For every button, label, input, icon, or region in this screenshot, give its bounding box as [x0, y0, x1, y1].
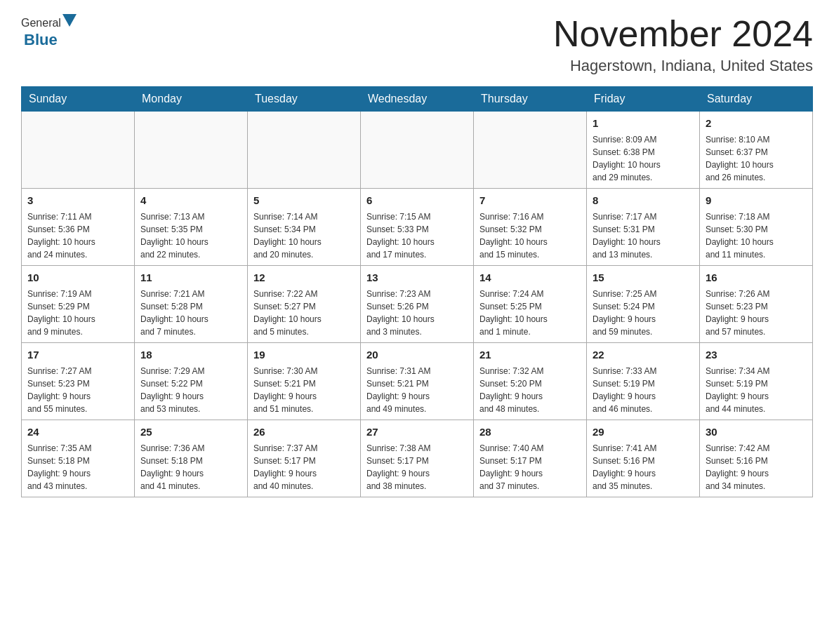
day-number: 1 [593, 116, 694, 131]
day-number: 30 [706, 424, 807, 440]
calendar-cell: 17Sunrise: 7:27 AMSunset: 5:23 PMDayligh… [22, 343, 135, 420]
calendar-cell: 19Sunrise: 7:30 AMSunset: 5:21 PMDayligh… [248, 343, 361, 420]
calendar-cell: 2Sunrise: 8:10 AMSunset: 6:37 PMDaylight… [700, 112, 813, 189]
calendar-cell: 22Sunrise: 7:33 AMSunset: 5:19 PMDayligh… [587, 343, 700, 420]
day-of-week-header: Tuesday [248, 87, 361, 112]
day-number: 17 [27, 347, 128, 363]
page-header: General Blue November 2024 Hagerstown, I… [21, 14, 813, 75]
day-number: 2 [706, 116, 807, 131]
day-number: 26 [253, 424, 355, 440]
calendar-cell: 11Sunrise: 7:21 AMSunset: 5:28 PMDayligh… [135, 266, 248, 343]
calendar-cell: 8Sunrise: 7:17 AMSunset: 5:31 PMDaylight… [587, 189, 700, 266]
calendar-cell: 18Sunrise: 7:29 AMSunset: 5:22 PMDayligh… [135, 343, 248, 420]
title-section: November 2024 Hagerstown, Indiana, Unite… [553, 14, 813, 75]
day-info: Sunrise: 7:14 AMSunset: 5:34 PMDaylight:… [253, 210, 355, 261]
day-info: Sunrise: 7:30 AMSunset: 5:21 PMDaylight:… [253, 365, 355, 415]
day-number: 21 [479, 347, 581, 363]
day-number: 8 [593, 193, 694, 208]
calendar-cell: 25Sunrise: 7:36 AMSunset: 5:18 PMDayligh… [135, 420, 248, 497]
day-number: 7 [479, 193, 581, 208]
calendar-cell: 21Sunrise: 7:32 AMSunset: 5:20 PMDayligh… [474, 343, 587, 420]
day-info: Sunrise: 7:36 AMSunset: 5:18 PMDaylight:… [140, 442, 241, 492]
day-info: Sunrise: 7:18 AMSunset: 5:30 PMDaylight:… [706, 210, 807, 261]
calendar-cell: 29Sunrise: 7:41 AMSunset: 5:16 PMDayligh… [587, 420, 700, 497]
day-number: 10 [27, 270, 128, 286]
day-info: Sunrise: 7:32 AMSunset: 5:20 PMDaylight:… [479, 365, 581, 415]
day-of-week-header: Sunday [22, 87, 135, 112]
calendar-cell: 27Sunrise: 7:38 AMSunset: 5:17 PMDayligh… [361, 420, 474, 497]
calendar-cell: 24Sunrise: 7:35 AMSunset: 5:18 PMDayligh… [22, 420, 135, 497]
day-number: 15 [593, 270, 694, 286]
calendar-cell: 26Sunrise: 7:37 AMSunset: 5:17 PMDayligh… [248, 420, 361, 497]
day-number: 12 [253, 270, 355, 286]
day-info: Sunrise: 7:31 AMSunset: 5:21 PMDaylight:… [366, 365, 468, 415]
location-title: Hagerstown, Indiana, United States [553, 57, 813, 75]
day-info: Sunrise: 7:24 AMSunset: 5:25 PMDaylight:… [479, 288, 581, 338]
day-info: Sunrise: 7:13 AMSunset: 5:35 PMDaylight:… [140, 210, 241, 261]
calendar-header: SundayMondayTuesdayWednesdayThursdayFrid… [22, 87, 813, 112]
calendar-week-row: 1Sunrise: 8:09 AMSunset: 6:38 PMDaylight… [22, 112, 813, 189]
day-info: Sunrise: 7:19 AMSunset: 5:29 PMDaylight:… [27, 288, 128, 338]
calendar-cell: 14Sunrise: 7:24 AMSunset: 5:25 PMDayligh… [474, 266, 587, 343]
day-number: 16 [706, 270, 807, 286]
day-info: Sunrise: 7:38 AMSunset: 5:17 PMDaylight:… [366, 442, 468, 492]
calendar-cell: 10Sunrise: 7:19 AMSunset: 5:29 PMDayligh… [22, 266, 135, 343]
day-number: 28 [479, 424, 581, 440]
logo-blue-text: Blue [24, 31, 58, 49]
day-of-week-header: Thursday [474, 87, 587, 112]
day-number: 19 [253, 347, 355, 363]
day-info: Sunrise: 7:22 AMSunset: 5:27 PMDaylight:… [253, 288, 355, 338]
day-info: Sunrise: 7:35 AMSunset: 5:18 PMDaylight:… [27, 442, 128, 492]
calendar-cell: 13Sunrise: 7:23 AMSunset: 5:26 PMDayligh… [361, 266, 474, 343]
calendar-cell: 20Sunrise: 7:31 AMSunset: 5:21 PMDayligh… [361, 343, 474, 420]
day-number: 20 [366, 347, 468, 363]
calendar-cell: 15Sunrise: 7:25 AMSunset: 5:24 PMDayligh… [587, 266, 700, 343]
day-of-week-header: Wednesday [361, 87, 474, 112]
day-info: Sunrise: 7:16 AMSunset: 5:32 PMDaylight:… [479, 210, 581, 261]
day-number: 18 [140, 347, 241, 363]
day-number: 6 [366, 193, 468, 208]
calendar-cell [135, 112, 248, 189]
calendar-week-row: 17Sunrise: 7:27 AMSunset: 5:23 PMDayligh… [22, 343, 813, 420]
calendar-cell: 3Sunrise: 7:11 AMSunset: 5:36 PMDaylight… [22, 189, 135, 266]
calendar-cell [361, 112, 474, 189]
day-info: Sunrise: 7:15 AMSunset: 5:33 PMDaylight:… [366, 210, 468, 261]
day-number: 4 [140, 193, 241, 208]
calendar-cell [248, 112, 361, 189]
day-number: 3 [27, 193, 128, 208]
day-number: 14 [479, 270, 581, 286]
day-number: 27 [366, 424, 468, 440]
day-of-week-header: Monday [135, 87, 248, 112]
calendar-cell: 12Sunrise: 7:22 AMSunset: 5:27 PMDayligh… [248, 266, 361, 343]
calendar-cell [22, 112, 135, 189]
day-number: 25 [140, 424, 241, 440]
calendar-cell: 7Sunrise: 7:16 AMSunset: 5:32 PMDaylight… [474, 189, 587, 266]
logo: General Blue [21, 14, 78, 49]
day-info: Sunrise: 7:42 AMSunset: 5:16 PMDaylight:… [706, 442, 807, 492]
day-info: Sunrise: 7:26 AMSunset: 5:23 PMDaylight:… [706, 288, 807, 338]
day-number: 13 [366, 270, 468, 286]
day-info: Sunrise: 7:34 AMSunset: 5:19 PMDaylight:… [706, 365, 807, 415]
calendar-cell: 4Sunrise: 7:13 AMSunset: 5:35 PMDaylight… [135, 189, 248, 266]
day-info: Sunrise: 7:21 AMSunset: 5:28 PMDaylight:… [140, 288, 241, 338]
day-info: Sunrise: 7:25 AMSunset: 5:24 PMDaylight:… [593, 288, 694, 338]
day-info: Sunrise: 7:17 AMSunset: 5:31 PMDaylight:… [593, 210, 694, 261]
calendar-cell: 6Sunrise: 7:15 AMSunset: 5:33 PMDaylight… [361, 189, 474, 266]
day-info: Sunrise: 8:10 AMSunset: 6:37 PMDaylight:… [706, 133, 807, 184]
day-number: 22 [593, 347, 694, 363]
day-of-week-header: Saturday [700, 87, 813, 112]
day-info: Sunrise: 7:41 AMSunset: 5:16 PMDaylight:… [593, 442, 694, 492]
calendar-week-row: 24Sunrise: 7:35 AMSunset: 5:18 PMDayligh… [22, 420, 813, 497]
day-info: Sunrise: 7:29 AMSunset: 5:22 PMDaylight:… [140, 365, 241, 415]
logo-general-text: General [21, 17, 61, 29]
calendar-cell: 16Sunrise: 7:26 AMSunset: 5:23 PMDayligh… [700, 266, 813, 343]
calendar-cell: 5Sunrise: 7:14 AMSunset: 5:34 PMDaylight… [248, 189, 361, 266]
calendar-cell: 9Sunrise: 7:18 AMSunset: 5:30 PMDaylight… [700, 189, 813, 266]
logo-triangle-icon [62, 14, 77, 27]
day-number: 24 [27, 424, 128, 440]
calendar-week-row: 3Sunrise: 7:11 AMSunset: 5:36 PMDaylight… [22, 189, 813, 266]
day-info: Sunrise: 7:37 AMSunset: 5:17 PMDaylight:… [253, 442, 355, 492]
day-info: Sunrise: 7:40 AMSunset: 5:17 PMDaylight:… [479, 442, 581, 492]
day-info: Sunrise: 7:11 AMSunset: 5:36 PMDaylight:… [27, 210, 128, 261]
calendar-cell [474, 112, 587, 189]
